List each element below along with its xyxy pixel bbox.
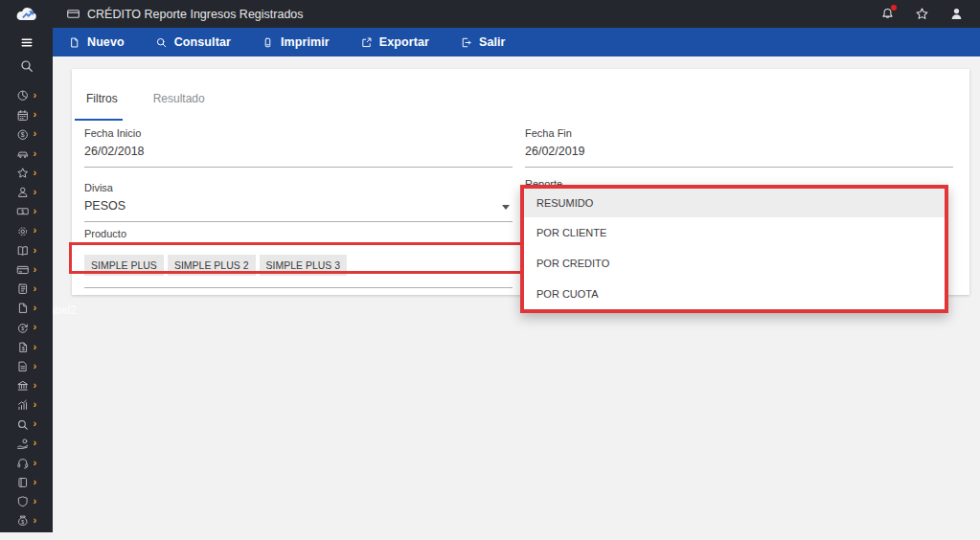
box-icon (16, 476, 30, 489)
calendar-icon (16, 109, 30, 123)
sidebar-item-money-bag[interactable]: › (0, 511, 53, 530)
sidebar-item-coin-dollar[interactable]: › (0, 124, 53, 144)
sidebar-item-hand-coin[interactable]: › (0, 434, 53, 453)
reporte-option-por-cuota[interactable]: POR CUOTA (524, 279, 945, 309)
divisa-field: Divisa PESOS (84, 182, 513, 222)
chevron-right-icon: › (33, 399, 36, 410)
sidebar-menu: › › › › › › (0, 86, 53, 530)
credit-card-icon (16, 263, 30, 277)
menu-icon[interactable] (0, 35, 53, 50)
search-icon (16, 418, 30, 432)
sidebar-item-gear[interactable]: › (0, 221, 53, 240)
card-icon (66, 7, 80, 21)
sidebar-item-person[interactable]: › (0, 183, 53, 202)
fecha-fin-value[interactable]: 26/02/2019 (525, 145, 953, 158)
sidebar-item-banknote[interactable]: › (0, 202, 53, 221)
producto-label: Producto (84, 228, 513, 239)
tab-filtros[interactable]: Filtros (86, 92, 118, 121)
toolbar-button-consultar[interactable]: Consultar (155, 35, 231, 49)
producto-chips: SIMPLE PLUS SIMPLE PLUS 2 SIMPLE PLUS 3 (84, 255, 513, 276)
producto-field: Producto SIMPLE PLUS SIMPLE PLUS 2 SIMPL… (84, 228, 513, 288)
chevron-right-icon: › (33, 264, 36, 275)
sidebar-item-refresh-dollar[interactable]: › (0, 318, 53, 337)
chevron-right-icon: › (33, 380, 36, 391)
favorites-star-icon[interactable] (915, 7, 929, 21)
toolbar-button-exportar[interactable]: Exportar (360, 35, 429, 49)
chevron-right-icon: › (33, 477, 36, 487)
field-underline (525, 167, 953, 168)
sidebar-item-headset[interactable]: › (0, 454, 53, 473)
sidebar-item-book[interactable]: › (0, 241, 53, 260)
book-icon (16, 244, 30, 258)
sidebar-search-icon[interactable] (0, 58, 53, 75)
sidebar-item-search[interactable]: › (0, 415, 53, 434)
field-underline (84, 167, 513, 168)
top-bar: CRÉDITO Reporte Ingresos Registrados (0, 0, 980, 28)
chevron-right-icon: › (33, 361, 36, 371)
printer-icon (262, 36, 274, 49)
producto-chip-simple-plus-3[interactable]: SIMPLE PLUS 3 (260, 255, 348, 276)
toolbar-button-imprimir[interactable]: Imprimir (262, 35, 330, 49)
notifications-bell-icon[interactable] (880, 7, 895, 21)
sidebar-item-star[interactable]: › (0, 164, 53, 183)
app-logo[interactable] (0, 5, 53, 23)
sidebar-item-chart-growth[interactable]: › (0, 395, 53, 415)
chevron-down-icon[interactable] (502, 205, 510, 210)
sidebar-item-car[interactable]: › (0, 145, 53, 164)
search-icon (155, 36, 168, 49)
chevron-right-icon: › (33, 418, 36, 429)
producto-chip-simple-plus-2[interactable]: SIMPLE PLUS 2 (168, 255, 256, 276)
sidebar-item-doc-lines[interactable]: › (0, 357, 53, 376)
sidebar-item-doc-dollar[interactable]: › (0, 337, 53, 356)
chevron-right-icon: › (33, 206, 36, 216)
reporte-option-por-credito[interactable]: POR CREDITO (524, 248, 945, 279)
toolbar-button-nuevo[interactable]: Nuevo (68, 35, 125, 49)
tab-resultado[interactable]: Resultado (153, 92, 205, 121)
topbar-actions (880, 7, 964, 21)
person-icon (16, 186, 30, 199)
chevron-right-icon: › (33, 245, 36, 256)
chevron-right-icon: › (33, 148, 36, 159)
sidebar-item-doc-list[interactable]: › (0, 280, 53, 299)
sidebar-item-pie-chart[interactable]: › (0, 86, 53, 105)
toolbar-button-salir[interactable]: Salir (460, 35, 506, 49)
account-user-icon[interactable] (949, 7, 964, 21)
export-icon (360, 36, 373, 49)
sidebar-item-bank[interactable]: › (0, 376, 53, 395)
chevron-right-icon: › (33, 303, 36, 313)
bank-icon (16, 379, 30, 393)
action-toolbar: Nuevo Consultar Imprimir Exportar Salir (53, 28, 980, 56)
headset-icon (16, 457, 30, 470)
page-icon (16, 302, 30, 315)
shield-icon (16, 495, 30, 508)
tab-bar: Filtros Resultado (86, 92, 205, 121)
banknote-icon (16, 205, 30, 218)
producto-chip-simple-plus[interactable]: SIMPLE PLUS (84, 255, 164, 276)
doc-dollar-icon (16, 341, 30, 354)
sidebar-item-shield[interactable]: › (0, 492, 53, 511)
fecha-inicio-value[interactable]: 26/02/2018 (84, 145, 513, 158)
sidebar-item-credit-card[interactable]: › (0, 260, 53, 280)
fecha-inicio-label: Fecha Inicio (84, 127, 513, 139)
sidebar-item-box[interactable]: › (0, 473, 53, 492)
chevron-right-icon: › (33, 187, 36, 197)
reporte-option-resumido[interactable]: RESUMIDO (524, 189, 945, 217)
page-title: CRÉDITO Reporte Ingresos Registrados (87, 8, 304, 21)
chart-growth-icon (16, 398, 30, 412)
car-icon (16, 147, 30, 161)
chevron-right-icon: › (33, 109, 36, 120)
divisa-value[interactable]: PESOS (84, 199, 513, 213)
star-icon (16, 167, 30, 180)
fecha-fin-label: Fecha Fin (525, 127, 953, 139)
chevron-right-icon: › (33, 128, 36, 139)
reporte-dropdown: RESUMIDO POR CLIENTE POR CREDITO POR CUO… (520, 185, 948, 313)
fecha-inicio-field: Fecha Inicio 26/02/2018 (84, 127, 513, 168)
chevron-right-icon: › (33, 90, 36, 101)
sidebar-item-page[interactable]: › (0, 299, 53, 318)
reporte-option-por-cliente[interactable]: POR CLIENTE (524, 217, 945, 248)
exit-icon (460, 36, 472, 49)
chevron-right-icon: › (33, 225, 36, 236)
chevron-right-icon: › (33, 515, 36, 526)
sidebar: › › › › › › (0, 28, 53, 532)
sidebar-item-calendar[interactable]: › (0, 105, 53, 124)
